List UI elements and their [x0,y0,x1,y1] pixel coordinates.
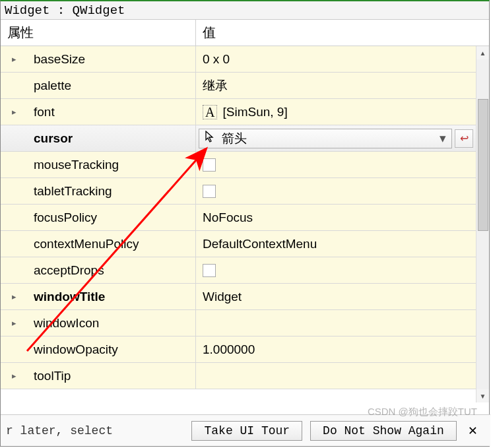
property-name: windowTitle [34,290,105,304]
property-value: 继承 [203,77,228,94]
dismiss-button[interactable]: Do Not Show Again [310,421,457,441]
property-value-cell[interactable]: DefaultContextMenu [196,231,476,257]
property-name-cell[interactable]: cursor [1,125,196,151]
property-value: Widget [203,290,242,304]
property-name: cursor [34,131,73,146]
property-row[interactable]: contextMenuPolicyDefaultContextMenu [1,231,476,257]
property-row[interactable]: tabletTracking [1,178,476,205]
title-bar: Widget : QWidget [1,1,489,20]
property-rows: ▸baseSize0 x 0palette继承▸fontA[SimSun, 9]… [1,46,489,402]
property-name-cell[interactable]: palette [1,73,196,98]
scroll-thumb[interactable] [478,99,488,231]
property-value-cell[interactable]: 继承 [196,73,476,98]
chevron-down-icon[interactable]: ▾ [440,131,446,146]
property-name-cell[interactable]: focusPolicy [1,205,196,230]
property-name: font [34,105,55,119]
property-row[interactable]: ▸windowTitleWidget [1,284,476,310]
property-name: focusPolicy [34,210,97,225]
property-name-cell[interactable]: ▸toolTip [1,363,196,389]
property-name-cell[interactable]: contextMenuPolicy [1,231,196,257]
arrow-cursor-icon [205,131,215,146]
property-name-cell[interactable]: ▸windowIcon [1,310,196,336]
property-name: windowIcon [34,316,99,331]
property-name-cell[interactable]: ▸font [1,99,196,125]
property-value-cell[interactable] [196,257,476,283]
cursor-value: 箭头 [222,130,247,147]
checkbox[interactable] [203,158,216,172]
property-name: baseSize [34,52,85,67]
property-name-cell[interactable]: tabletTracking [1,178,196,204]
property-name-cell[interactable]: windowOpacity [1,336,196,362]
property-value-cell[interactable]: 0 x 0 [196,46,476,72]
property-row[interactable]: ▸fontA[SimSun, 9] [1,99,476,125]
property-value-cell[interactable]: Widget [196,284,476,309]
title-text: Widget : QWidget [5,3,125,18]
scroll-down-button[interactable]: ▼ [476,389,489,402]
property-name: windowOpacity [34,342,118,357]
cursor-combobox[interactable]: 箭头▾ [199,129,452,148]
property-name: tabletTracking [34,184,112,199]
property-name: palette [34,79,71,93]
property-row[interactable]: cursor箭头▾↩ [1,125,476,152]
property-row[interactable]: mouseTracking [1,152,476,178]
expand-icon[interactable]: ▸ [7,107,20,117]
expand-icon[interactable]: ▸ [7,292,20,302]
property-value-cell[interactable]: 箭头▾↩ [196,125,476,151]
property-value-cell[interactable]: 1.000000 [196,336,476,362]
property-name: acceptDrops [34,263,104,278]
header-property[interactable]: 属性 [1,20,196,46]
close-icon[interactable]: ✕ [469,422,477,439]
reset-property-button[interactable]: ↩ [455,129,473,148]
property-name-cell[interactable]: ▸windowTitle [1,284,196,309]
property-value-cell[interactable] [196,178,476,204]
column-headers: 属性 值 [1,20,489,46]
property-row[interactable]: acceptDrops [1,257,476,284]
property-row[interactable]: focusPolicyNoFocus [1,205,476,231]
property-value-cell[interactable] [196,363,476,389]
expand-icon[interactable]: ▸ [7,371,20,381]
property-value: NoFocus [203,210,253,225]
property-row[interactable]: windowOpacity1.000000 [1,336,476,363]
property-value-cell[interactable] [196,310,476,336]
scroll-up-button[interactable]: ▲ [476,46,489,59]
property-value-cell[interactable]: A[SimSun, 9] [196,99,476,125]
property-editor-window: Widget : QWidget 属性 值 ▸baseSize0 x 0pale… [0,0,490,447]
property-value: 0 x 0 [203,52,230,67]
property-row[interactable]: palette继承 [1,73,476,99]
font-sample-icon: A [203,105,217,119]
property-value: DefaultContextMenu [203,237,317,251]
checkbox[interactable] [203,185,216,198]
take-tour-button[interactable]: Take UI Tour [191,421,302,441]
property-row[interactable]: ▸baseSize0 x 0 [1,46,476,73]
property-row[interactable]: ▸windowIcon [1,310,476,336]
property-name-cell[interactable]: mouseTracking [1,152,196,177]
property-row[interactable]: ▸toolTip [1,363,476,389]
property-name-cell[interactable]: acceptDrops [1,257,196,283]
property-value: [SimSun, 9] [222,105,287,119]
property-value: 1.000000 [203,342,255,357]
property-value-cell[interactable]: NoFocus [196,205,476,230]
footer-bar: r later, select Take UI Tour Do Not Show… [1,414,490,446]
vertical-scrollbar[interactable]: ▲ ▼ [476,46,489,402]
property-name: contextMenuPolicy [34,237,139,251]
expand-icon[interactable]: ▸ [7,54,20,64]
expand-icon[interactable]: ▸ [7,318,20,328]
checkbox[interactable] [203,264,216,277]
property-name: mouseTracking [34,158,119,172]
property-name-cell[interactable]: ▸baseSize [1,46,196,72]
property-name: toolTip [34,369,71,383]
header-value[interactable]: 值 [196,20,489,46]
footer-hint: r later, select [6,424,113,437]
property-value-cell[interactable] [196,152,476,177]
